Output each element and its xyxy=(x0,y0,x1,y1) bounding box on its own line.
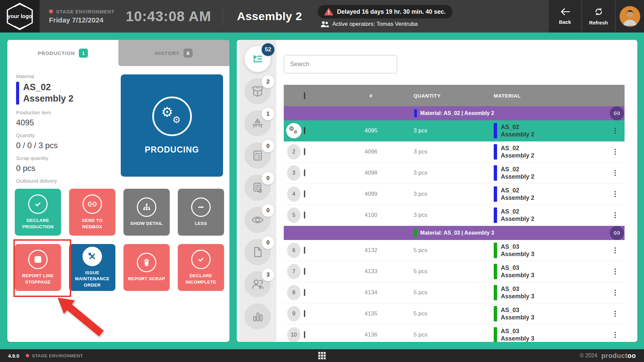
less-button[interactable]: LESS xyxy=(178,189,224,236)
order-row[interactable]: 9 ⚙⚙ 4135 5 pcs AS_03 Assembly 3 xyxy=(284,303,625,324)
quantity-value: 0 / 0 / 3 pcs xyxy=(16,141,117,150)
material-code: AS_02 xyxy=(501,123,534,131)
order-row[interactable]: 5 ⚙⚙ 4100 3 pcs AS_02 Assembly 2 xyxy=(284,205,625,226)
material-color-bar xyxy=(16,82,19,105)
order-row[interactable]: 10 ⚙⚙ 4136 5 pcs AS_03 Assembly 3 xyxy=(284,324,625,342)
row-index: 6 xyxy=(287,243,301,258)
rail-documents[interactable]: 0 xyxy=(245,239,271,265)
rail-statistics[interactable] xyxy=(245,303,271,329)
rail-operators[interactable]: 3 xyxy=(245,271,271,297)
material-color-bar xyxy=(494,264,497,279)
app-grid-button[interactable] xyxy=(318,352,326,359)
order-material: AS_02 Assembly 2 xyxy=(488,207,606,223)
footer-environment-label: STAGE ENVIRONMENT xyxy=(32,353,83,358)
material-color-bar xyxy=(494,285,497,300)
tab-production[interactable]: PRODUCTION 1 xyxy=(7,40,118,66)
group-label: Material: AS_03 | Assembly 3 xyxy=(420,230,494,236)
material-name: Assembly 2 xyxy=(501,152,534,160)
rail-production-queue[interactable]: 52 xyxy=(245,46,271,72)
less-label: LESS xyxy=(195,221,207,227)
report-scrap-button[interactable]: REPORT SCRAP xyxy=(123,244,170,291)
group-link-button[interactable] xyxy=(610,106,624,120)
order-row[interactable]: 4 ⚙⚙ 4099 3 pcs AS_02 Assembly 2 xyxy=(284,184,625,205)
send-to-redbox-label: SEND TO REDBOX xyxy=(72,218,112,230)
order-row[interactable]: 6 ⚙⚙ 4132 5 pcs AS_03 Assembly 3 xyxy=(284,240,625,261)
material-color-bar xyxy=(494,123,497,138)
order-row[interactable]: 2 ⚙⚙ 4096 3 pcs AS_02 Assembly 2 xyxy=(284,141,625,163)
issue-maintenance-order-button[interactable]: ISSUE MAINTENANCE ORDER xyxy=(69,244,115,291)
row-checkbox[interactable] xyxy=(304,190,305,197)
material-name: Assembly 3 xyxy=(501,293,534,300)
row-menu-button[interactable] xyxy=(606,332,625,338)
rail-packaging[interactable]: 2 xyxy=(245,78,271,104)
search-input[interactable] xyxy=(284,55,397,73)
row-index: 3 xyxy=(287,165,301,181)
people-icon xyxy=(251,278,264,291)
order-number: 4100 xyxy=(341,212,401,219)
row-checkbox[interactable] xyxy=(304,268,305,275)
production-item-value: 4095 xyxy=(16,118,117,127)
back-button[interactable]: Back xyxy=(549,0,581,33)
order-row[interactable]: 1 ⚙⚙ 4095 3 pcs AS_02 Assembly 2 xyxy=(284,120,625,141)
material-name: Assembly 3 xyxy=(501,272,534,279)
bar-chart-icon xyxy=(251,310,264,323)
order-row[interactable]: 8 ⚙⚙ 4134 5 pcs AS_03 Assembly 3 xyxy=(284,282,625,303)
row-menu-button[interactable] xyxy=(606,247,625,253)
row-menu-button[interactable] xyxy=(606,191,625,197)
row-menu-button[interactable] xyxy=(606,170,625,176)
row-checkbox[interactable] xyxy=(304,169,305,176)
declare-production-button[interactable]: DECLARE PRODUCTION xyxy=(15,189,61,236)
row-checkbox[interactable] xyxy=(304,247,305,254)
row-checkbox[interactable] xyxy=(304,148,305,155)
group-link-button[interactable] xyxy=(610,226,624,240)
order-quantity: 5 pcs xyxy=(401,268,488,275)
check-icon xyxy=(28,194,48,214)
rail-work-instructions[interactable]: 0 xyxy=(245,175,271,201)
report-line-stoppage-button[interactable]: REPORT LINE STOPPAGE xyxy=(15,244,61,291)
row-checkbox[interactable] xyxy=(304,289,305,296)
footer-bar: 4.9.0 STAGE ENVIRONMENT © 2024 productoo xyxy=(0,349,644,362)
material-name: Assembly 3 xyxy=(501,250,534,258)
row-checkbox[interactable] xyxy=(304,127,305,134)
tab-history[interactable]: HISTORY 6 xyxy=(118,40,229,66)
row-checkbox[interactable] xyxy=(304,212,305,219)
row-menu-button[interactable] xyxy=(606,311,625,317)
order-material: AS_03 Assembly 3 xyxy=(488,264,606,279)
row-menu-button[interactable] xyxy=(606,212,625,218)
declare-incomplete-label: DECLARE INCOMPLETE xyxy=(181,273,221,285)
material-name: Assembly 2 xyxy=(501,215,534,223)
order-material: AS_02 Assembly 2 xyxy=(488,165,606,181)
row-checkbox[interactable] xyxy=(304,331,305,338)
module-rail: 52 2 1 0 0 0 xyxy=(239,40,276,342)
row-checkbox[interactable] xyxy=(304,310,305,317)
row-menu-button[interactable] xyxy=(606,149,625,155)
user-avatar-block[interactable] xyxy=(616,0,644,33)
scrap-value: 0 pcs xyxy=(16,164,117,173)
rail-line-issues[interactable]: 1 xyxy=(245,110,271,136)
material-color-bar xyxy=(494,306,497,321)
producing-status-tile[interactable]: ⚙⚙ PRODUCING xyxy=(121,74,223,177)
send-to-redbox-button[interactable]: SEND TO REDBOX xyxy=(69,189,115,236)
rail-inspection[interactable]: 0 xyxy=(245,207,271,233)
select-all-checkbox[interactable] xyxy=(304,92,305,99)
declare-incomplete-button[interactable]: DECLARE INCOMPLETE xyxy=(178,244,224,291)
rail-packaging-badge: 2 xyxy=(262,75,274,88)
row-menu-button[interactable] xyxy=(606,128,625,134)
material-value: AS_02 Assembly 2 xyxy=(16,82,117,105)
row-menu-button[interactable] xyxy=(606,290,625,296)
refresh-button[interactable]: Refresh xyxy=(582,0,615,33)
row-menu-button[interactable] xyxy=(606,268,625,275)
order-row[interactable]: 3 ⚙⚙ 4098 3 pcs AS_02 Assembly 2 xyxy=(284,163,625,184)
material-code: AS_03 xyxy=(501,285,534,293)
gears-icon: ⚙⚙ xyxy=(152,97,192,136)
top-header: your logo STAGE ENVIRONMENT Friday 7/12/… xyxy=(0,0,644,33)
order-number: 4133 xyxy=(341,268,401,275)
show-detail-button[interactable]: SHOW DETAIL xyxy=(123,189,170,236)
orders-panel: # QUANTITY MATERIAL Material: AS_02 | As… xyxy=(237,40,637,342)
order-row[interactable]: 7 ⚙⚙ 4133 5 pcs AS_03 Assembly 3 xyxy=(284,261,625,282)
back-arrow-icon xyxy=(560,8,570,16)
order-material: AS_03 Assembly 3 xyxy=(488,243,606,258)
table-header: # QUANTITY MATERIAL xyxy=(284,85,625,106)
rail-checklists[interactable]: 0 xyxy=(245,142,271,169)
report-scrap-label: REPORT SCRAP xyxy=(128,276,165,282)
